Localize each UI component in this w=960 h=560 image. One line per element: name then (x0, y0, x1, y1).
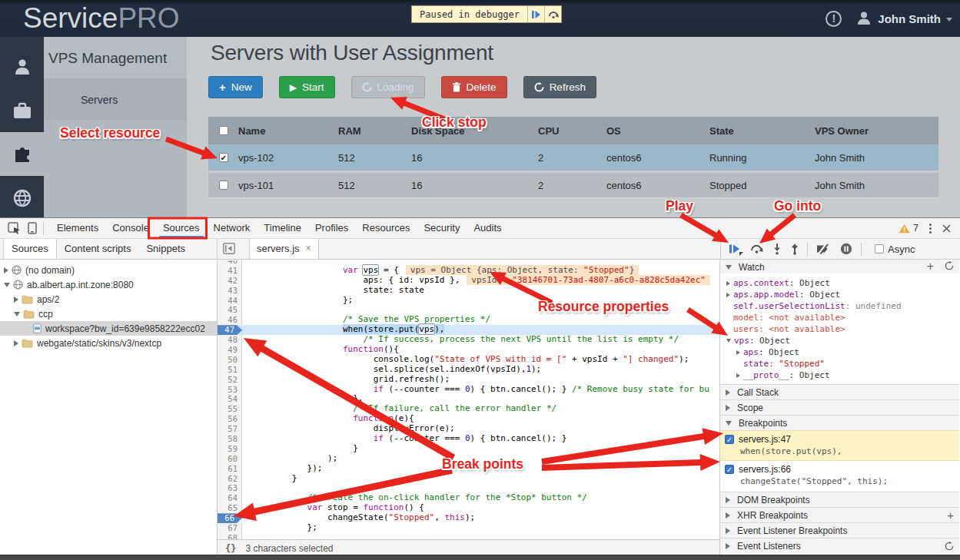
line-number[interactable]: 55 (218, 404, 242, 414)
column-header[interactable]: VPS Owner (815, 125, 938, 137)
user-menu[interactable]: John Smith (855, 10, 952, 27)
line-number[interactable]: 44 (218, 296, 242, 306)
file-tab-servers-js[interactable]: servers.js × (249, 239, 319, 259)
breakpoint-checkbox[interactable]: ✓ (725, 465, 734, 474)
line-number[interactable]: 41 (218, 266, 242, 276)
deactivate-breakpoints-button[interactable] (816, 244, 830, 254)
breakpoint-checkbox[interactable]: ✓ (725, 435, 734, 444)
subtab-sources[interactable]: Sources (3, 239, 57, 259)
devtools-tab-timeline[interactable]: Timeline (257, 218, 308, 238)
line-number[interactable]: 68 (218, 533, 242, 539)
devtools-tab-network[interactable]: Network (207, 218, 257, 238)
table-row[interactable]: ✔vps-102512162centos6RunningJohn Smith (208, 144, 938, 173)
devtools-tab-sources[interactable]: Sources (156, 218, 207, 238)
row-checkbox[interactable] (219, 181, 228, 190)
sidebar-item-applications[interactable] (0, 132, 44, 176)
column-header[interactable]: Disk Space (411, 125, 538, 137)
line-number[interactable]: 63 (218, 483, 242, 493)
close-tab-icon[interactable]: × (306, 243, 311, 259)
console-warnings[interactable]: 7 (899, 223, 918, 234)
section-breakpoints[interactable]: Breakpoints (720, 415, 959, 430)
start-button[interactable]: ▶Start (279, 76, 335, 98)
add-watch-icon[interactable]: + (927, 260, 934, 273)
line-number[interactable]: 43 (218, 286, 242, 296)
line-number[interactable]: 51 (218, 365, 242, 375)
subtab-content-scripts[interactable]: Content scripts (57, 239, 139, 259)
section-dom-breakpoints[interactable]: DOM Breakpoints (720, 492, 959, 507)
debugger-step-over-button[interactable] (544, 6, 561, 22)
section-watch[interactable]: Watch+ (720, 260, 959, 273)
row-checkbox[interactable]: ✔ (219, 153, 228, 162)
section-xhr-breakpoints[interactable]: XHR Breakpoints+ (720, 507, 959, 522)
step-over-button[interactable] (750, 244, 763, 254)
section-event-listener-breakpoints[interactable]: Event Listener Breakpoints (720, 522, 959, 538)
watch-item[interactable]: __proto__: Object (720, 369, 959, 381)
subtab-snippets[interactable]: Snippets (138, 239, 193, 259)
line-number[interactable]: 54 (218, 394, 242, 404)
line-number[interactable]: 48 (218, 335, 242, 345)
column-header[interactable]: Name (238, 125, 338, 137)
pause-on-exceptions-button[interactable] (840, 243, 852, 255)
watch-item[interactable]: self.userSelectionList: undefined (720, 300, 959, 312)
async-checkbox[interactable]: Async (875, 244, 915, 255)
line-number[interactable]: 65 (218, 503, 242, 513)
tree-item[interactable]: ab.albert.ap.int.zone:8080 (0, 277, 217, 292)
resume-script-button[interactable] (729, 244, 740, 254)
sidebar-item-services[interactable] (0, 88, 44, 132)
inspect-element-icon[interactable] (8, 222, 21, 234)
step-out-button[interactable] (791, 244, 799, 255)
column-header[interactable]: CPU (538, 125, 606, 137)
delete-button[interactable]: Delete (441, 76, 507, 98)
line-number[interactable]: 53 (218, 385, 242, 395)
devtools-tab-security[interactable]: Security (417, 218, 467, 238)
collapse-navigator-icon[interactable] (223, 243, 235, 259)
line-number[interactable]: 64 (218, 493, 242, 503)
step-into-button[interactable] (773, 244, 781, 255)
devtools-close-icon[interactable] (942, 224, 951, 233)
refresh-button[interactable]: Refresh (523, 76, 596, 98)
line-number[interactable]: 58 (218, 434, 242, 444)
devtools-tab-elements[interactable]: Elements (50, 218, 105, 238)
line-number[interactable]: 59 (218, 444, 242, 454)
loading-button[interactable]: Loading (351, 76, 425, 98)
new-button[interactable]: +New (208, 76, 263, 98)
watch-item[interactable]: aps: Object (720, 346, 959, 358)
watch-item[interactable]: vps: Object (720, 335, 959, 346)
watch-item[interactable]: aps.app.model: Object (720, 289, 959, 300)
breakpoint-marker[interactable]: 47 (218, 325, 242, 335)
tree-item[interactable]: aps/2 (0, 292, 217, 307)
section-event-listeners[interactable]: Event Listeners (720, 538, 959, 553)
breakpoint-entry[interactable]: ✓servers.js:47when(store.put(vps), (720, 430, 959, 461)
alerts-icon[interactable]: ! (825, 11, 842, 27)
debugger-resume-button[interactable] (527, 6, 544, 22)
line-number[interactable]: 62 (218, 474, 242, 484)
refresh-watch-icon[interactable] (945, 261, 954, 270)
breakpoint-entry[interactable]: ✓servers.js:66changeState("Stopped", thi… (720, 461, 959, 492)
column-header[interactable]: RAM (338, 125, 411, 137)
line-number[interactable]: 61 (218, 464, 242, 474)
line-number[interactable]: 46 (218, 315, 242, 325)
tree-item[interactable]: webgate/static/skins/v3/nextcp (0, 336, 217, 350)
breakpoint-marker[interactable]: 66 (218, 513, 242, 523)
nav-item-servers[interactable]: Servers (44, 78, 187, 120)
table-row[interactable]: vps-101512162centos6StoppedJohn Smith (208, 173, 938, 198)
column-header[interactable]: OS (606, 125, 709, 137)
line-number[interactable]: 50 (218, 355, 242, 365)
line-number[interactable]: 67 (218, 523, 242, 533)
line-number[interactable]: 57 (218, 424, 242, 434)
select-all-checkbox[interactable] (219, 126, 228, 135)
tree-item[interactable]: ccp (0, 307, 217, 321)
watch-item[interactable]: aps.context: Object (720, 277, 959, 289)
sidebar-item-users[interactable] (0, 45, 44, 88)
tree-item[interactable]: workspace?bw_id=639e9858222ecc02 (0, 321, 217, 336)
section-scope[interactable]: Scope (720, 399, 959, 415)
line-number[interactable]: 45 (218, 305, 242, 315)
watch-item[interactable]: model: <not available> (720, 312, 959, 323)
watch-item[interactable]: users: <not available> (720, 323, 959, 335)
devtools-menu-icon[interactable] (929, 227, 932, 230)
devtools-tab-audits[interactable]: Audits (467, 218, 508, 238)
device-mode-icon[interactable] (28, 222, 37, 234)
line-number[interactable]: 60 (218, 454, 242, 464)
line-number[interactable]: 49 (218, 345, 242, 355)
line-number[interactable]: 40 (218, 260, 242, 266)
